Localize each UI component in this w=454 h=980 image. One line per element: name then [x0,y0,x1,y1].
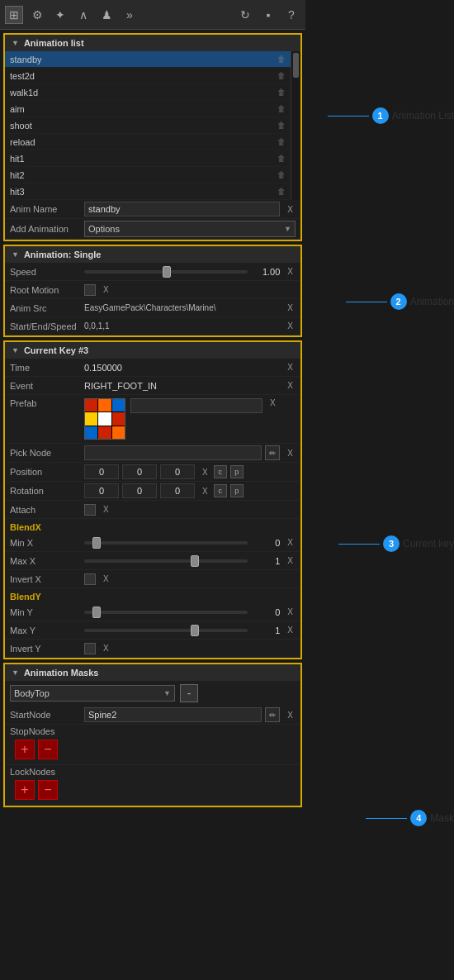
trash-icon[interactable]: 🗑 [277,55,286,64]
list-item[interactable]: shoot 🗑 [5,117,291,134]
anim-name-input[interactable] [84,202,280,216]
prefab-input-area [130,398,262,413]
collapse-triangle[interactable]: ▼ [12,346,19,354]
toolbar-icon-1[interactable]: ⊞ [5,6,23,24]
rotation-c-button[interactable]: c [214,484,227,497]
list-item[interactable]: hit1 🗑 [5,150,291,167]
speed-slider-track[interactable] [84,270,248,274]
invert-x-checkbox[interactable] [84,573,96,585]
position-y-input[interactable] [122,464,157,479]
start-node-input[interactable] [84,707,262,722]
trash-icon[interactable]: 🗑 [277,104,286,113]
trash-icon[interactable]: 🗑 [277,187,286,196]
trash-icon[interactable]: 🗑 [277,154,286,163]
rotation-p-button[interactable]: p [230,484,244,497]
position-z-input[interactable] [160,464,195,479]
rotation-clear[interactable]: X [200,487,210,496]
rotation-y-input[interactable] [122,483,157,498]
collapse-triangle[interactable]: ▼ [12,668,19,677]
min-y-clear[interactable]: X [285,607,296,616]
anim-name-content: X [84,202,296,216]
min-y-thumb[interactable] [92,607,101,618]
min-x-thumb[interactable] [92,537,101,549]
toolbar-icon-3[interactable]: ✦ [51,6,69,24]
max-x-clear[interactable]: X [285,556,296,565]
position-clear[interactable]: X [200,468,210,477]
list-item[interactable]: hit2 🗑 [5,167,291,183]
min-x-clear[interactable]: X [285,538,296,547]
list-item[interactable]: standby 🗑 [5,51,291,68]
list-item-name: test2d [10,71,277,81]
trash-icon[interactable]: 🗑 [277,170,286,179]
max-y-thumb[interactable] [191,625,199,636]
ann-line-1 [328,116,369,117]
min-x-row: Min X 0 X [5,534,300,552]
anim-src-clear[interactable]: X [285,303,296,312]
trash-icon[interactable]: 🗑 [277,137,286,146]
prefab-input[interactable] [130,398,262,413]
position-c-button[interactable]: c [214,465,227,478]
toolbar-icon-help[interactable]: ? [282,6,300,24]
time-clear[interactable]: X [285,363,296,372]
list-item[interactable]: walk1d 🗑 [5,84,291,101]
position-p-button[interactable]: p [230,465,244,478]
max-y-slider[interactable] [84,629,248,632]
list-item[interactable]: test2d 🗑 [5,68,291,84]
max-x-row: Max X 1 X [5,552,300,570]
toolbar-icon-2[interactable]: ⚙ [28,6,46,24]
attach-clear[interactable]: X [101,505,111,514]
max-x-thumb[interactable] [191,555,199,567]
invert-y-checkbox[interactable] [84,643,96,654]
speed-slider-thumb[interactable] [163,266,171,278]
root-motion-clear[interactable]: X [101,285,111,294]
stop-node-remove-icon[interactable]: − [38,740,58,759]
toolbar-icon-save[interactable]: ▪ [259,6,277,24]
collapse-triangle[interactable]: ▼ [12,250,19,259]
add-animation-dropdown[interactable]: Options ▼ [84,221,296,237]
toolbar-icon-4[interactable]: ∧ [74,6,92,24]
invert-y-clear[interactable]: X [101,644,111,653]
start-end-speed-clear[interactable]: X [285,321,296,331]
start-node-clear[interactable]: X [285,711,296,720]
trash-icon[interactable]: 🗑 [277,71,286,80]
event-clear[interactable]: X [285,381,296,390]
max-x-slider[interactable] [84,559,248,563]
list-item[interactable]: hit3 🗑 [5,183,291,200]
prefab-clear[interactable]: X [267,398,278,407]
pick-node-input[interactable] [84,445,262,460]
anim-name-clear[interactable]: X [285,205,296,214]
pencil-icon[interactable]: ✏ [265,445,280,460]
root-motion-checkbox[interactable] [84,284,96,296]
mask-dropdown[interactable]: BodyTop ▼ [10,685,175,702]
scrollbar-thumb[interactable] [293,53,299,78]
min-x-slider[interactable] [84,541,248,545]
invert-x-clear[interactable]: X [101,574,111,583]
lock-node-add-icon[interactable]: + [15,780,35,800]
collapse-triangle[interactable]: ▼ [12,39,19,47]
rotation-x-input[interactable] [84,483,119,498]
min-y-slider[interactable] [84,611,248,614]
scrollbar[interactable] [291,51,300,200]
pencil-icon[interactable]: ✏ [265,707,280,722]
toolbar-icon-refresh[interactable]: ↻ [236,6,254,24]
speed-clear[interactable]: X [285,267,296,276]
rotation-z-input[interactable] [160,483,195,498]
root-motion-label: Root Motion [10,285,84,295]
list-item[interactable]: reload 🗑 [5,134,291,150]
max-y-clear[interactable]: X [285,626,296,635]
position-x-input[interactable] [84,464,119,479]
pick-node-clear[interactable]: X [285,449,296,458]
stop-node-add-icon[interactable]: + [15,740,35,759]
list-item[interactable]: aim 🗑 [5,101,291,117]
attach-checkbox[interactable] [84,504,96,516]
toolbar-icon-5[interactable]: ♟ [97,6,116,24]
rotation-content: X c p [84,483,296,498]
current-key-title: Current Key #3 [24,345,88,355]
lock-node-remove-icon[interactable]: − [38,780,58,800]
trash-icon[interactable]: 🗑 [277,88,286,97]
minus-button[interactable]: - [180,684,198,702]
start-end-speed-row: Start/End/Speed 0,0,1,1 X [5,317,300,335]
list-item-name: shoot [10,121,277,131]
trash-icon[interactable]: 🗑 [277,121,286,130]
toolbar-icon-6[interactable]: » [121,6,139,24]
